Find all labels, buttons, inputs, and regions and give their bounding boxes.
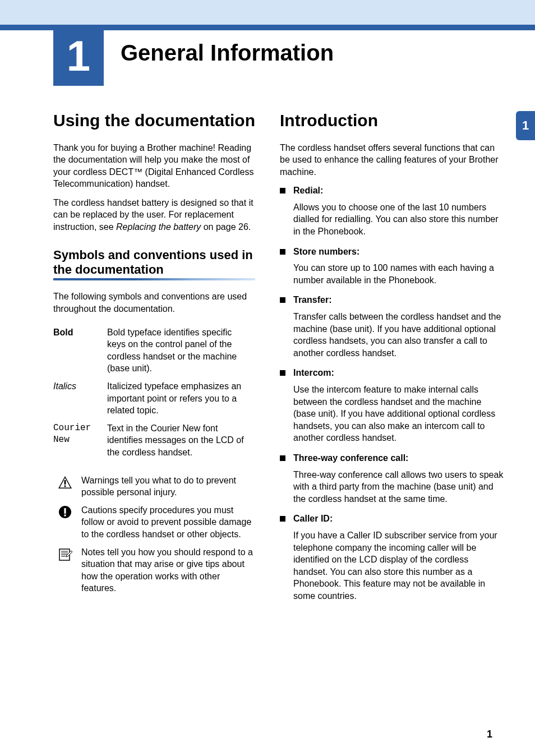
feature-title: Intercom: [293, 367, 504, 379]
list-item: Caller ID: If you have a Caller ID subsc… [280, 513, 504, 602]
svg-rect-6 [64, 514, 66, 516]
table-row: Italics Italicized typeface emphasizes a… [53, 379, 255, 418]
chapter-title: General Information [121, 40, 334, 66]
svg-rect-5 [64, 508, 66, 514]
subsection-intro: The following symbols and conventions ar… [53, 291, 255, 315]
convention-desc-italics: Italicized typeface emphasizes an import… [107, 379, 255, 418]
feature-title: Transfer: [293, 294, 504, 306]
table-row: Courier New Text in the Courier New font… [53, 421, 255, 460]
feature-description: Three-way conference call allows two use… [293, 468, 504, 505]
chapter-number: 1 [67, 31, 90, 80]
convention-desc-courier: Text in the Courier New font identifies … [107, 421, 255, 460]
warning-icon [57, 474, 73, 499]
caution-description: Cautions specify procedures you must fol… [81, 504, 255, 541]
convention-label-courier: Courier New [53, 421, 107, 460]
icon-row-warning: Warnings tell you what to do to prevent … [53, 474, 255, 499]
table-row: Bold Bold typeface identifies specific k… [53, 325, 255, 376]
list-item: Transfer: Transfer calls between the cor… [280, 294, 504, 359]
feature-title: Redial: [293, 185, 504, 197]
icon-row-note: Notes tell you how you should respond to… [53, 546, 255, 594]
feature-title: Three-way conference call: [293, 452, 504, 464]
list-item: Intercom: Use the intercom feature to ma… [280, 367, 504, 444]
header-band [0, 0, 535, 25]
feature-description: Use the intercom feature to make interna… [293, 382, 504, 444]
right-column: Introduction The cordless handset offers… [280, 111, 504, 610]
section-heading-using-documentation: Using the documentation [53, 111, 255, 131]
feature-description: Transfer calls between the cordless hand… [293, 310, 504, 359]
subsection-heading-symbols: Symbols and conventions used in the docu… [53, 248, 255, 278]
left-column: Using the documentation Thank you for bu… [53, 111, 255, 610]
convention-desc-bold: Bold typeface identifies specific keys o… [107, 325, 255, 376]
intro2-cross-reference: Replacing the battery [116, 222, 201, 232]
convention-label-italics: Italics [53, 379, 107, 418]
feature-title: Store numbers: [293, 246, 504, 258]
warning-description: Warnings tell you what to do to prevent … [81, 474, 255, 499]
content-columns: Using the documentation Thank you for bu… [53, 111, 493, 610]
section-heading-introduction: Introduction [280, 111, 504, 131]
note-icon [57, 546, 73, 594]
safety-icon-list: Warnings tell you what to do to prevent … [53, 474, 255, 594]
intro2-text-b: on page 26. [201, 222, 251, 232]
list-item: Redial: Allows you to choose one of the … [280, 185, 504, 237]
convention-label-bold: Bold [53, 325, 107, 376]
feature-description: Allows you to choose one of the last 10 … [293, 200, 504, 238]
intro-paragraph-1: Thank you for buying a Brother machine! … [53, 142, 255, 190]
intro-paragraph-2: The cordless handset battery is designed… [53, 197, 255, 233]
heading-underline [53, 278, 255, 280]
note-description: Notes tell you how you should respond to… [81, 546, 255, 594]
page-number: 1 [487, 729, 492, 740]
list-item: Store numbers: You can store up to 100 n… [280, 246, 504, 287]
typographic-conventions-table: Bold Bold typeface identifies specific k… [53, 322, 255, 463]
icon-row-caution: Cautions specify procedures you must fol… [53, 504, 255, 541]
feature-title: Caller ID: [293, 513, 504, 525]
svg-rect-3 [64, 485, 66, 487]
feature-list: Redial: Allows you to choose one of the … [280, 185, 504, 602]
svg-rect-2 [64, 480, 66, 485]
caution-icon [57, 504, 73, 541]
side-tab: 1 [516, 111, 535, 140]
feature-description: If you have a Caller ID subscriber servi… [293, 528, 504, 602]
feature-description: You can store up to 100 names with each … [293, 261, 504, 286]
list-item: Three-way conference call: Three-way con… [280, 452, 504, 505]
chapter-number-box: 1 [53, 25, 104, 86]
introduction-paragraph: The cordless handset offers several func… [280, 142, 504, 178]
side-tab-label: 1 [522, 118, 529, 133]
